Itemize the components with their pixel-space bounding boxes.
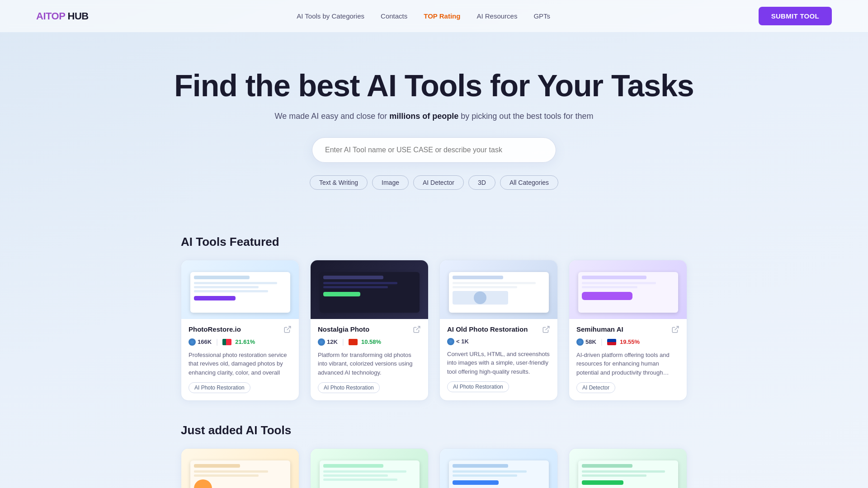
pill-3d[interactable]: 3D	[468, 175, 495, 190]
navbar: AITOP HUB AI Tools by Categories Contact…	[0, 0, 868, 33]
svg-line-1	[416, 326, 420, 330]
card-ai-old-photo-header: AI Old Photo Restoration	[447, 325, 550, 333]
card-nostalgia-body: Nostalgia Photo 12K | 10.58% Platform fo…	[311, 319, 428, 401]
hero-subtext-bold: millions of people	[389, 112, 458, 121]
nav-ai-tools-categories[interactable]: AI Tools by Categories	[297, 12, 364, 20]
card-photorestore[interactable]: PhotoRestore.io 166K | 21.61% Profession…	[181, 260, 299, 401]
card-ai-old-photo-visits: < 1K	[447, 338, 469, 345]
flag-cn	[349, 339, 358, 345]
card-new-2-mock	[320, 460, 420, 488]
hero-subtext-after: by picking out the best tools for them	[458, 112, 593, 121]
nav-contacts[interactable]: Contacts	[381, 12, 407, 20]
card-nostalgia-tag[interactable]: AI Photo Restoration	[318, 382, 380, 393]
card-semihuman-mock	[578, 272, 678, 313]
just-added-section-title: Just added AI Tools	[181, 423, 687, 437]
logo-hub: HUB	[65, 10, 89, 22]
card-photorestore-header: PhotoRestore.io	[189, 325, 292, 333]
search-input[interactable]	[312, 137, 556, 163]
nav-ai-resources[interactable]: AI Resources	[476, 12, 517, 20]
card-semihuman-pct: 19.55%	[620, 338, 640, 345]
card-new-4-mock	[578, 460, 678, 488]
card-photorestore-tag[interactable]: AI Photo Restoration	[189, 382, 250, 393]
card-semihuman-name: Semihuman AI	[576, 325, 623, 333]
card-new-2[interactable]: New Tool 2 3K Responsible AI that helps …	[310, 448, 429, 488]
card-ai-old-photo[interactable]: AI Old Photo Restoration < 1K Convert UR…	[439, 260, 558, 401]
card-semihuman-image	[569, 260, 687, 319]
logo-top: TOP	[46, 10, 65, 22]
card-semihuman-stats: 58K | 19.55%	[576, 338, 679, 346]
hero-subtext: We made AI easy and close for millions o…	[9, 112, 859, 121]
card-semihuman-desc: AI-driven platform offering tools and re…	[576, 351, 679, 377]
card-photorestore-visits: 166K	[189, 338, 212, 346]
pill-all-categories[interactable]: All Categories	[500, 175, 558, 190]
card-new-4-image	[569, 449, 687, 488]
flag-ph	[607, 339, 616, 345]
card-photorestore-desc: Professional photo restoration service t…	[189, 351, 292, 377]
card-nostalgia-header: Nostalgia Photo	[318, 325, 421, 333]
external-link-icon	[671, 325, 679, 333]
nav-gpts[interactable]: GPTs	[533, 12, 550, 20]
card-new-3-mock	[449, 460, 549, 488]
card-semihuman-tag[interactable]: AI Detector	[576, 382, 615, 393]
svg-line-2	[546, 326, 549, 330]
card-ai-old-photo-stats: < 1K	[447, 338, 550, 345]
globe-icon	[318, 338, 325, 346]
card-new-1-image	[181, 449, 299, 488]
card-nostalgia[interactable]: Nostalgia Photo 12K | 10.58% Platform fo…	[310, 260, 429, 401]
nav-top-rating[interactable]: TOP Rating	[424, 12, 460, 20]
logo[interactable]: AITOP HUB	[36, 10, 89, 22]
featured-section: AI Tools Featured PhotoRestore.io	[163, 235, 705, 424]
external-link-icon	[283, 325, 292, 333]
card-new-4[interactable]: New Tool 4 5K Essay writing assistant wi…	[569, 448, 687, 488]
nav-links: AI Tools by Categories Contacts TOP Rati…	[297, 12, 550, 20]
submit-tool-button[interactable]: SUBMIT TOOL	[759, 7, 832, 25]
card-nostalgia-image	[311, 260, 428, 319]
card-photorestore-body: PhotoRestore.io 166K | 21.61% Profession…	[181, 319, 299, 401]
svg-line-0	[287, 326, 291, 330]
card-ai-old-photo-mock	[449, 272, 549, 313]
card-photorestore-mock	[190, 272, 290, 313]
globe-icon	[447, 338, 454, 345]
pill-text-writing[interactable]: Text & Writing	[310, 175, 368, 190]
card-nostalgia-name: Nostalgia Photo	[318, 325, 369, 333]
card-photorestore-image	[181, 260, 299, 319]
card-nostalgia-mock	[320, 272, 420, 313]
hero-subtext-before: We made AI easy and close for	[275, 112, 390, 121]
svg-line-3	[675, 326, 679, 330]
card-photorestore-stats: 166K | 21.61%	[189, 338, 292, 346]
card-ai-old-photo-desc: Convert URLs, HTML, and screenshots into…	[447, 350, 550, 376]
search-container	[312, 137, 556, 163]
pill-ai-detector[interactable]: AI Detector	[413, 175, 464, 190]
globe-icon	[576, 338, 584, 346]
category-pills: Text & Writing Image AI Detector 3D All …	[9, 175, 859, 190]
hero-section: Find the best AI Tools for Your Tasks We…	[0, 33, 868, 235]
card-nostalgia-stats: 12K | 10.58%	[318, 338, 421, 346]
card-ai-old-photo-image	[440, 260, 557, 319]
card-semihuman-body: Semihuman AI 58K | 19.55% AI-driven plat…	[569, 319, 687, 401]
featured-section-title: AI Tools Featured	[181, 235, 687, 249]
card-semihuman-header: Semihuman AI	[576, 325, 679, 333]
card-nostalgia-visits: 12K	[318, 338, 338, 346]
external-link-icon	[542, 325, 550, 333]
card-new-1-mock	[190, 460, 290, 488]
card-photorestore-pct: 21.61%	[235, 338, 255, 345]
card-semihuman[interactable]: Semihuman AI 58K | 19.55% AI-driven plat…	[569, 260, 687, 401]
card-nostalgia-pct: 10.58%	[361, 338, 381, 345]
card-new-3-image	[440, 449, 557, 488]
card-semihuman-visits: 58K	[576, 338, 596, 346]
card-new-3[interactable]: New Tool 3 1K Advanced language model in…	[439, 448, 558, 488]
flag-bd	[222, 339, 231, 345]
just-added-cards-grid: New Tool 1 2K Publish without self doubt…	[181, 448, 687, 488]
logo-ai: AI	[36, 10, 46, 22]
external-link-icon	[413, 325, 421, 333]
card-ai-old-photo-name: AI Old Photo Restoration	[447, 325, 528, 333]
just-added-section: Just added AI Tools New Tool 1	[163, 423, 705, 488]
card-nostalgia-desc: Platform for transforming old photos int…	[318, 351, 421, 377]
card-ai-old-photo-body: AI Old Photo Restoration < 1K Convert UR…	[440, 319, 557, 400]
globe-icon	[189, 338, 196, 346]
pill-image[interactable]: Image	[372, 175, 409, 190]
card-new-1[interactable]: New Tool 1 2K Publish without self doubt…	[181, 448, 299, 488]
featured-cards-grid: PhotoRestore.io 166K | 21.61% Profession…	[181, 260, 687, 401]
hero-heading: Find the best AI Tools for Your Tasks	[9, 69, 859, 103]
card-ai-old-photo-tag[interactable]: AI Photo Restoration	[447, 381, 509, 392]
